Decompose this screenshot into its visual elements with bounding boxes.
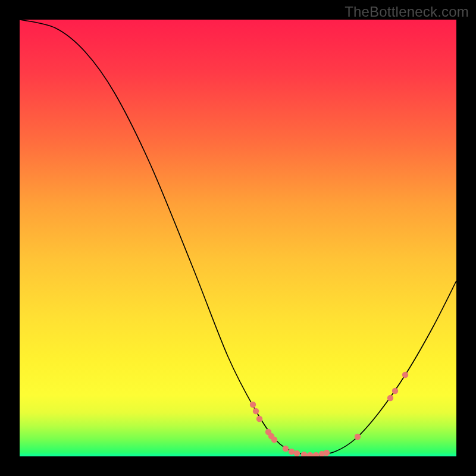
chart-frame: TheBottleneck.com bbox=[0, 0, 476, 476]
data-point bbox=[313, 452, 319, 456]
data-point bbox=[283, 446, 289, 452]
data-point bbox=[355, 434, 361, 440]
data-point bbox=[324, 450, 330, 456]
curve-svg bbox=[20, 20, 456, 456]
data-point bbox=[256, 416, 262, 422]
data-point bbox=[307, 452, 313, 456]
watermark-text: TheBottleneck.com bbox=[345, 4, 469, 20]
data-point bbox=[253, 408, 259, 414]
data-point bbox=[250, 402, 256, 408]
data-point bbox=[289, 449, 295, 455]
data-point bbox=[402, 372, 408, 378]
performance-curve bbox=[20, 20, 456, 455]
data-point bbox=[271, 437, 277, 443]
data-point bbox=[301, 452, 307, 456]
data-point bbox=[387, 395, 393, 401]
highlight-dots bbox=[250, 372, 408, 456]
plot-area bbox=[20, 20, 456, 456]
data-point bbox=[294, 450, 300, 456]
data-point bbox=[392, 388, 398, 394]
